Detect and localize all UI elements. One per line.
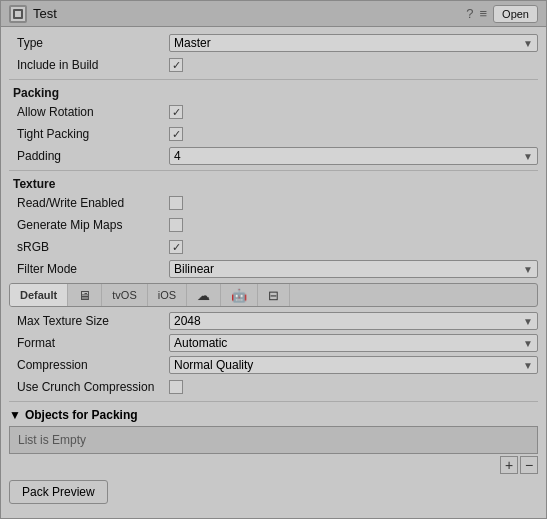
filter-mode-row: Filter Mode Bilinear ▼ [9, 259, 538, 279]
read-write-label: Read/Write Enabled [9, 196, 169, 210]
webgl-icon: ⊟ [268, 288, 279, 303]
crunch-compression-label: Use Crunch Compression [9, 380, 169, 394]
tight-packing-label: Tight Packing [9, 127, 169, 141]
include-in-build-value: ✓ [169, 58, 538, 72]
format-value: Automatic [174, 336, 227, 350]
allow-rotation-row: Allow Rotation ✓ [9, 102, 538, 122]
tab-tvos[interactable]: tvOS [102, 284, 147, 306]
generate-mip-maps-label: Generate Mip Maps [9, 218, 169, 232]
padding-dropdown-arrow: ▼ [523, 151, 533, 162]
max-texture-size-dropdown[interactable]: 2048 ▼ [169, 312, 538, 330]
divider-1 [9, 79, 538, 80]
srgb-label: sRGB [9, 240, 169, 254]
allow-rotation-checkbox[interactable]: ✓ [169, 105, 183, 119]
allow-rotation-label: Allow Rotation [9, 105, 169, 119]
srgb-value: ✓ [169, 240, 538, 254]
objects-list-empty: List is Empty [18, 433, 86, 447]
type-dropdown[interactable]: Master ▼ [169, 34, 538, 52]
srgb-row: sRGB ✓ [9, 237, 538, 257]
filter-mode-dropdown[interactable]: Bilinear ▼ [169, 260, 538, 278]
format-label: Format [9, 336, 169, 350]
tab-monitor[interactable]: 🖥 [68, 284, 102, 306]
filter-mode-label: Filter Mode [9, 262, 169, 276]
tab-default-label: Default [20, 289, 57, 301]
packing-section-header: Packing [9, 86, 538, 100]
filter-mode-value-area: Bilinear ▼ [169, 260, 538, 278]
padding-value: 4 [174, 149, 181, 163]
divider-3 [9, 401, 538, 402]
sprite-atlas-icon [9, 5, 27, 23]
tab-android[interactable]: 🤖 [221, 284, 258, 306]
filter-mode-dropdown-arrow: ▼ [523, 264, 533, 275]
read-write-value [169, 196, 538, 210]
texture-section-header: Texture [9, 177, 538, 191]
srgb-checkbox[interactable]: ✓ [169, 240, 183, 254]
monitor-icon: 🖥 [78, 288, 91, 303]
content-area: Type Master ▼ Include in Build ✓ Packing… [1, 27, 546, 518]
allow-rotation-value: ✓ [169, 105, 538, 119]
tab-ios[interactable]: iOS [148, 284, 187, 306]
title-bar: Test ? ≡ Open [1, 1, 546, 27]
padding-value-area: 4 ▼ [169, 147, 538, 165]
crunch-compression-row: Use Crunch Compression [9, 377, 538, 397]
padding-row: Padding 4 ▼ [9, 146, 538, 166]
compression-dropdown[interactable]: Normal Quality ▼ [169, 356, 538, 374]
type-label: Type [9, 36, 169, 50]
type-row: Type Master ▼ [9, 33, 538, 53]
platform-tabs: Default 🖥 tvOS iOS ☁ 🤖 ⊟ [9, 283, 538, 307]
format-row: Format Automatic ▼ [9, 333, 538, 353]
read-write-row: Read/Write Enabled [9, 193, 538, 213]
android-icon: 🤖 [231, 288, 247, 303]
objects-for-packing-section: ▼ Objects for Packing List is Empty + − [9, 408, 538, 474]
max-texture-size-arrow: ▼ [523, 316, 533, 327]
format-value-area: Automatic ▼ [169, 334, 538, 352]
tight-packing-value: ✓ [169, 127, 538, 141]
crunch-compression-value [169, 380, 538, 394]
max-texture-size-row: Max Texture Size 2048 ▼ [9, 311, 538, 331]
divider-2 [9, 170, 538, 171]
tab-webgl[interactable]: ⊟ [258, 284, 290, 306]
include-in-build-checkbox[interactable]: ✓ [169, 58, 183, 72]
tab-tvos-label: tvOS [112, 289, 136, 301]
type-dropdown-arrow: ▼ [523, 38, 533, 49]
read-write-checkbox[interactable] [169, 196, 183, 210]
include-in-build-label: Include in Build [9, 58, 169, 72]
max-texture-size-value: 2048 [174, 314, 201, 328]
compression-dropdown-arrow: ▼ [523, 360, 533, 371]
generate-mip-maps-value [169, 218, 538, 232]
generate-mip-maps-checkbox[interactable] [169, 218, 183, 232]
generate-mip-maps-row: Generate Mip Maps [9, 215, 538, 235]
type-value-area: Master ▼ [169, 34, 538, 52]
max-texture-size-label: Max Texture Size [9, 314, 169, 328]
cloud-icon: ☁ [197, 288, 210, 303]
pack-preview-button[interactable]: Pack Preview [9, 480, 108, 504]
title-left: Test [9, 5, 57, 23]
tab-ios-label: iOS [158, 289, 176, 301]
compression-value-area: Normal Quality ▼ [169, 356, 538, 374]
remove-button[interactable]: − [520, 456, 538, 474]
objects-collapsible-header[interactable]: ▼ Objects for Packing [9, 408, 538, 422]
objects-list: List is Empty [9, 426, 538, 454]
tab-cloud[interactable]: ☁ [187, 284, 221, 306]
add-remove-bar: + − [9, 456, 538, 474]
tab-default[interactable]: Default [10, 284, 68, 306]
crunch-compression-checkbox[interactable] [169, 380, 183, 394]
open-button[interactable]: Open [493, 5, 538, 23]
include-in-build-row: Include in Build ✓ [9, 55, 538, 75]
format-dropdown[interactable]: Automatic ▼ [169, 334, 538, 352]
padding-dropdown[interactable]: 4 ▼ [169, 147, 538, 165]
add-button[interactable]: + [500, 456, 518, 474]
max-texture-size-value-area: 2048 ▼ [169, 312, 538, 330]
padding-label: Padding [9, 149, 169, 163]
tight-packing-row: Tight Packing ✓ [9, 124, 538, 144]
compression-value: Normal Quality [174, 358, 253, 372]
format-dropdown-arrow: ▼ [523, 338, 533, 349]
tight-packing-checkbox[interactable]: ✓ [169, 127, 183, 141]
type-dropdown-value: Master [174, 36, 211, 50]
title-right: ? ≡ Open [466, 5, 538, 23]
help-icon[interactable]: ? [466, 6, 473, 21]
menu-icon[interactable]: ≡ [479, 6, 487, 21]
compression-row: Compression Normal Quality ▼ [9, 355, 538, 375]
window: Test ? ≡ Open Type Master ▼ Include in B… [0, 0, 547, 519]
filter-mode-value: Bilinear [174, 262, 214, 276]
